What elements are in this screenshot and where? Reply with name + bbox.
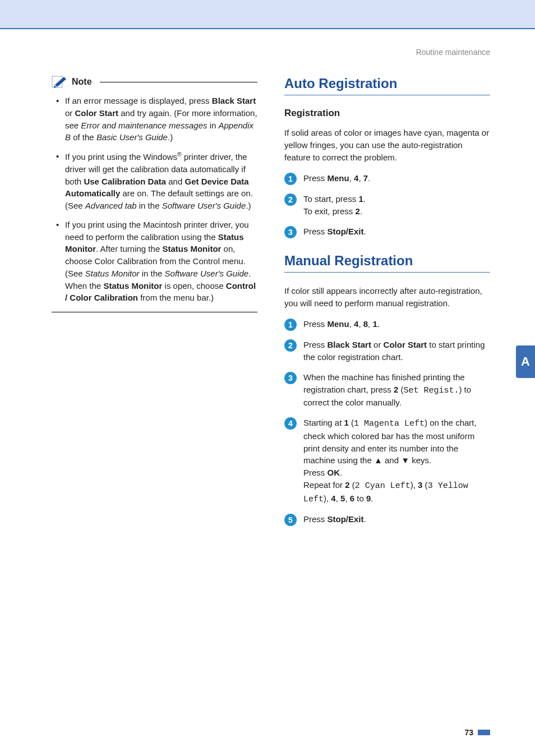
text-bold: Use Calibration Data: [84, 177, 166, 186]
text: from the menu bar.): [138, 293, 214, 302]
text: (: [349, 418, 354, 427]
registered-mark: ®: [177, 151, 182, 158]
auto-steps: 1 Press Menu, 4, 7. 2 To start, press 1.…: [284, 172, 490, 238]
text: ),: [411, 480, 418, 490]
text: Starting at: [303, 418, 344, 427]
text-bold: 1: [372, 319, 377, 329]
text-bold: 1: [358, 194, 363, 204]
text: or: [371, 340, 384, 349]
header-section-label: Routine maintenance: [416, 48, 490, 57]
text: .): [168, 132, 173, 142]
top-bar: [0, 0, 535, 29]
step-number-icon: 5: [284, 514, 297, 526]
text: and: [382, 455, 401, 465]
auto-step-1: 1 Press Menu, 4, 7.: [284, 172, 490, 185]
auto-registration-heading: Auto Registration: [284, 76, 490, 95]
page-number: 73: [464, 728, 490, 737]
text-bold: 7: [363, 173, 368, 183]
note-title: Note: [72, 77, 92, 87]
text-italic: Status Monitor: [85, 269, 140, 278]
text: (: [422, 480, 427, 490]
text: Press: [303, 340, 328, 349]
step-number-icon: 4: [284, 417, 297, 430]
text: .): [246, 201, 251, 210]
text-bold: 2: [394, 385, 398, 394]
text: ,: [358, 173, 363, 183]
manual-intro: If color still appears incorrectly after…: [284, 285, 490, 310]
text: in: [207, 121, 218, 130]
text: to: [354, 494, 366, 503]
note-item-1: If an error message is displayed, press …: [56, 95, 257, 144]
text: ,: [336, 494, 340, 503]
text: . After turning the: [96, 244, 162, 253]
text: To exit, press: [303, 206, 356, 216]
note-item-2: If you print using the Windows® printer …: [56, 150, 257, 212]
note-item-3: If you print using the Macintosh printer…: [56, 219, 257, 304]
text-bold: Black Start: [328, 340, 371, 349]
manual-step-2: 2 Press Black Start or Color Start to st…: [284, 339, 490, 363]
down-arrow-icon: ▼: [401, 455, 409, 465]
text-bold: Color Start: [384, 340, 427, 349]
text-bold: OK: [328, 468, 340, 477]
page-accent: [478, 730, 490, 735]
step-number-icon: 2: [284, 193, 297, 206]
auto-step-3: 3 Press Stop/Exit.: [284, 225, 490, 238]
text: .: [377, 319, 380, 329]
text-bold: 6: [350, 494, 354, 503]
manual-step-3: 3 When the machine has finished printing…: [284, 371, 490, 409]
auto-intro: If solid areas of color or images have c…: [284, 127, 490, 163]
text-mono: 2 Cyan Left: [355, 481, 411, 491]
text: Press: [303, 514, 328, 524]
text: .: [340, 468, 342, 477]
text: of the: [71, 132, 96, 142]
text-italic: Basic User's Guide: [96, 132, 168, 142]
manual-registration-heading: Manual Registration: [284, 253, 490, 273]
text: in the: [140, 269, 165, 278]
manual-steps: 1 Press Menu, 4, 8, 1. 2 Press Black Sta…: [284, 318, 490, 526]
text: ),: [324, 494, 331, 503]
text: .: [363, 194, 366, 204]
text-bold: 2: [345, 480, 349, 490]
text-bold: Stop/Exit: [328, 227, 364, 236]
text-bold: Status Monitor: [103, 281, 162, 291]
text-bold: Status Monitor: [162, 244, 221, 253]
manual-step-1: 1 Press Menu, 4, 8, 1.: [284, 318, 490, 331]
text-italic: Error and maintenance messages: [81, 121, 207, 130]
up-arrow-icon: ▲: [374, 455, 382, 465]
text: .: [360, 206, 362, 216]
content-area: Note If an error message is displayed, p…: [52, 76, 490, 534]
text: (: [350, 480, 355, 490]
manual-step-4: 4 Starting at 1 (1 Magenta Left) on the …: [284, 417, 490, 505]
auto-step-2: 2 To start, press 1. To exit, press 2.: [284, 193, 490, 218]
text-italic: Software User's Guide: [165, 269, 249, 278]
text: Repeat for: [303, 480, 345, 490]
note-header: Note: [52, 76, 257, 88]
text-mono: Set Regist.: [403, 386, 459, 395]
text: and: [166, 177, 185, 186]
text-bold: Black Start: [212, 96, 256, 105]
step-number-icon: 1: [284, 173, 297, 185]
text: in the: [137, 201, 162, 210]
text: ,: [345, 494, 349, 503]
step-number-icon: 1: [284, 319, 297, 331]
text-bold: 2: [356, 206, 360, 216]
text: is open, choose: [162, 281, 225, 291]
text-bold: Stop/Exit: [328, 514, 364, 524]
registration-subheading: Registration: [284, 108, 490, 119]
left-column: Note If an error message is displayed, p…: [52, 76, 257, 534]
text-mono: 1 Magenta Left: [354, 419, 425, 428]
page-number-text: 73: [464, 728, 473, 737]
step-number-icon: 2: [284, 339, 297, 352]
text: To start, press: [303, 194, 358, 204]
text-bold: 8: [363, 319, 368, 329]
text: or: [65, 108, 75, 118]
manual-step-5: 5 Press Stop/Exit.: [284, 513, 490, 526]
step-number-icon: 3: [284, 226, 297, 238]
appendix-tab: A: [516, 345, 535, 378]
text-bold: 1: [344, 418, 349, 427]
text: .: [364, 514, 366, 524]
step-number-icon: 3: [284, 372, 297, 384]
text-italic: Advanced tab: [85, 201, 137, 210]
right-column: Auto Registration Registration If solid …: [284, 76, 490, 534]
text: Press: [303, 173, 328, 183]
